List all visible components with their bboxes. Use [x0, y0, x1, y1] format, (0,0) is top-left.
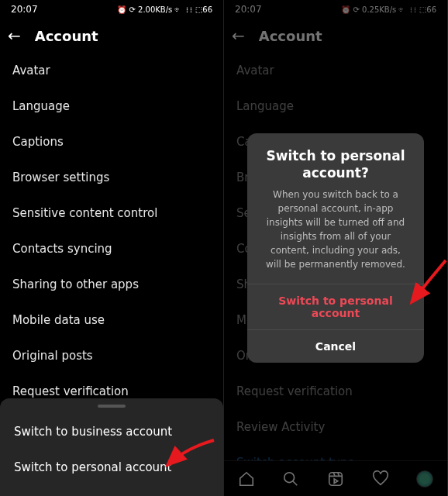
- cancel-button[interactable]: Cancel: [247, 329, 424, 363]
- list-item[interactable]: Browser settings: [12, 160, 211, 195]
- switch-personal-button[interactable]: Switch to personal account: [0, 450, 223, 485]
- list-item[interactable]: Captions: [12, 124, 211, 160]
- list-item[interactable]: Contacts syncing: [12, 231, 211, 267]
- list-item[interactable]: Mobile data use: [12, 302, 211, 338]
- dialog-body: When you switch back to a personal accou…: [247, 188, 424, 284]
- status-indicators: ⏰ ⟳ 2.00KB/s ᯤ ⫶⫶ ⬚66: [117, 5, 212, 14]
- status-bar: 20:07 ⏰ ⟳ 2.00KB/s ᯤ ⫶⫶ ⬚66: [0, 0, 223, 19]
- header: ← Account: [0, 19, 223, 53]
- back-icon[interactable]: ←: [8, 28, 21, 43]
- list-item[interactable]: Avatar: [12, 53, 211, 88]
- switch-business-button[interactable]: Switch to business account: [0, 414, 223, 450]
- sheet-handle-icon[interactable]: [98, 405, 126, 408]
- clock: 20:07: [11, 4, 38, 15]
- dialog-title: Switch to personal account?: [247, 133, 424, 188]
- phone-left: 20:07 ⏰ ⟳ 2.00KB/s ᯤ ⫶⫶ ⬚66 ← Account Av…: [0, 0, 224, 496]
- list-item[interactable]: Sensitive content control: [12, 195, 211, 231]
- bottom-sheet: Switch to business account Switch to per…: [0, 398, 223, 496]
- confirm-button[interactable]: Switch to personal account: [247, 284, 424, 329]
- list-item[interactable]: Language: [12, 88, 211, 124]
- phone-right: 20:07 ⏰ ⟳ 0.25KB/s ᯤ ⫶⫶ ⬚66 ← Account Av…: [224, 0, 448, 496]
- dialog-backdrop[interactable]: Switch to personal account? When you swi…: [224, 0, 447, 496]
- confirm-dialog: Switch to personal account? When you swi…: [247, 133, 424, 363]
- list-item[interactable]: Original posts: [12, 338, 211, 374]
- page-title: Account: [35, 28, 98, 44]
- list-item[interactable]: Sharing to other apps: [12, 267, 211, 302]
- settings-list: Avatar Language Captions Browser setting…: [0, 53, 223, 445]
